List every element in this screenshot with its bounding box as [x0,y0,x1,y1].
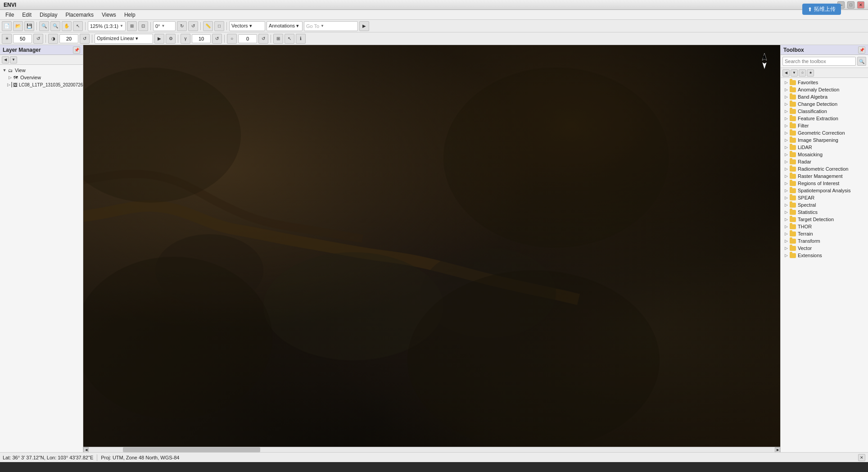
upload-button[interactable]: ⬆ 拓维上传 [802,4,841,15]
view-expander[interactable]: ▼ [2,68,7,73]
refresh-gamma[interactable]: ↺ [212,34,222,44]
tree-view-root[interactable]: ▼ 🗂 View [2,67,81,74]
toolbox-item-1[interactable]: ▷Anomaly Detection [781,86,868,93]
zoom-fit-button[interactable]: ⊞ [127,21,137,31]
rotation-dropdown[interactable]: 0° ▼ [153,21,176,31]
expand-icon-14[interactable]: ▷ [783,181,789,186]
toolbox-item-17[interactable]: ▷Spectral [781,201,868,209]
toolbox-item-10[interactable]: ▷Mosaicking [781,151,868,158]
collapse-all[interactable]: ◀ [2,56,9,64]
brightness-button[interactable]: ☀ [2,34,12,44]
toolbox-item-2[interactable]: ▷Band Algebra [781,93,868,100]
toolbox-item-13[interactable]: ▷Raster Management [781,172,868,180]
toolbox-item-8[interactable]: ▷Image Sharpening [781,136,868,144]
menu-display[interactable]: Display [36,11,61,19]
measure-button[interactable]: 📏 [203,21,213,31]
annotations-dropdown[interactable]: Annotations ▾ [267,21,303,31]
expand-icon-1[interactable]: ▷ [783,87,789,92]
expand-icon-8[interactable]: ▷ [783,137,789,143]
toolbox-item-0[interactable]: ▷Favorites [781,79,868,86]
brightness-input[interactable] [13,34,32,43]
expand-icon-7[interactable]: ▷ [783,130,789,136]
layer-expander[interactable]: ▷ [7,82,10,87]
menu-views[interactable]: Views [98,11,120,19]
expand-icon-3[interactable]: ▷ [783,101,789,107]
toolbox-item-5[interactable]: ▷Feature Extraction [781,115,868,122]
toolbox-item-4[interactable]: ▷Classification [781,108,868,115]
layer-manager-pin[interactable]: 📌 [73,46,80,54]
expand-icon-16[interactable]: ▷ [783,195,789,200]
tree-layer[interactable]: ▷ 🖼 LC08_L1TP_131035_20200726_ [7,81,81,88]
toolbox-star1[interactable]: ☆ [799,69,806,77]
layer-checkbox[interactable] [11,82,12,87]
toolbox-pin[interactable]: 📌 [858,46,865,54]
scroll-track-h[interactable] [89,447,775,452]
scroll-thumb-h[interactable] [123,447,260,452]
zoom-level-dropdown[interactable]: 125% (1:3:1) ▼ [88,21,126,31]
contrast-button[interactable]: ◑ [48,34,58,44]
toolbox-search-input[interactable] [782,57,856,66]
expand-icon-4[interactable]: ▷ [783,109,789,114]
zoom-out-button[interactable]: 🔍 [50,21,60,31]
new-button[interactable]: 📄 [2,21,12,31]
toolbox-item-3[interactable]: ▷Change Detection [781,100,868,108]
toolbox-star2[interactable]: ★ [807,69,814,77]
vectors-dropdown[interactable]: Vectors ▾ [229,21,265,31]
zoom-full-button[interactable]: ⊡ [138,21,148,31]
overview-expander[interactable]: ▷ [7,75,13,80]
tree-overview[interactable]: ▷ 🗺 Overview [7,74,81,81]
scroll-left[interactable]: ◀ [83,447,89,453]
map-hscrollbar[interactable]: ◀ ▶ [83,447,780,452]
menu-placemarks[interactable]: Placemarks [62,11,97,19]
stretch-apply[interactable]: ▶ [154,34,164,44]
close-button[interactable]: ✕ [857,1,864,9]
opacity-input[interactable] [238,34,257,43]
menu-file[interactable]: File [2,11,18,19]
scroll-right[interactable]: ▶ [775,447,780,453]
toolbox-item-9[interactable]: ▷LiDAR [781,144,868,151]
toolbox-item-12[interactable]: ▷Radiometric Correction [781,165,868,172]
toolbox-item-23[interactable]: ▷Vector [781,245,868,252]
expand-icon-24[interactable]: ▷ [783,253,789,258]
expand-icon-11[interactable]: ▷ [783,159,789,164]
toolbox-item-19[interactable]: ▷Target Detection [781,216,868,223]
expand-icon-5[interactable]: ▷ [783,116,789,121]
toolbox-search-button[interactable]: 🔍 [857,57,866,66]
expand-all[interactable]: ▼ [10,56,17,64]
goto-button[interactable]: ▶ [359,21,369,31]
expand-icon-22[interactable]: ▷ [783,238,789,244]
expand-icon-10[interactable]: ▷ [783,152,789,157]
toolbox-item-22[interactable]: ▷Transform [781,237,868,245]
save-button[interactable]: 💾 [24,21,34,31]
expand-icon-21[interactable]: ▷ [783,231,789,236]
toolbox-expand[interactable]: ▼ [791,69,798,77]
contrast-input[interactable] [59,34,78,43]
refresh-contrast[interactable]: ↺ [80,34,90,44]
open-button[interactable]: 📂 [13,21,23,31]
toolbox-collapse[interactable]: ◀ [782,69,790,77]
zoom-in-button[interactable]: 🔍 [39,21,49,31]
expand-icon-12[interactable]: ▷ [783,166,789,172]
rotate-cw-button[interactable]: ↻ [177,21,187,31]
status-close[interactable]: ✕ [858,454,865,461]
rotate-ccw-button[interactable]: ↺ [188,21,198,31]
stretch-options[interactable]: ⚙ [166,34,176,44]
stretch-dropdown[interactable]: Optimized Linear ▾ [95,34,153,44]
refresh-brightness[interactable]: ↺ [33,34,43,44]
roi-button[interactable]: □ [214,21,224,31]
expand-icon-18[interactable]: ▷ [783,209,789,215]
expand-icon-0[interactable]: ▷ [783,80,789,85]
info-button[interactable]: ℹ [296,34,306,44]
gamma-button[interactable]: γ [181,34,190,44]
toolbox-item-20[interactable]: ▷THOR [781,223,868,230]
toolbox-item-14[interactable]: ▷Regions of Interest [781,180,868,187]
expand-icon-17[interactable]: ▷ [783,202,789,208]
toolbox-item-16[interactable]: ▷SPEAR [781,194,868,201]
expand-icon-20[interactable]: ▷ [783,224,789,229]
select-button[interactable]: ↖ [73,21,83,31]
expand-icon-15[interactable]: ▷ [783,188,789,193]
overview-button[interactable]: ⊞ [273,34,283,44]
expand-icon-9[interactable]: ▷ [783,145,789,150]
expand-icon-13[interactable]: ▷ [783,173,789,179]
pan-button[interactable]: ✋ [62,21,72,31]
